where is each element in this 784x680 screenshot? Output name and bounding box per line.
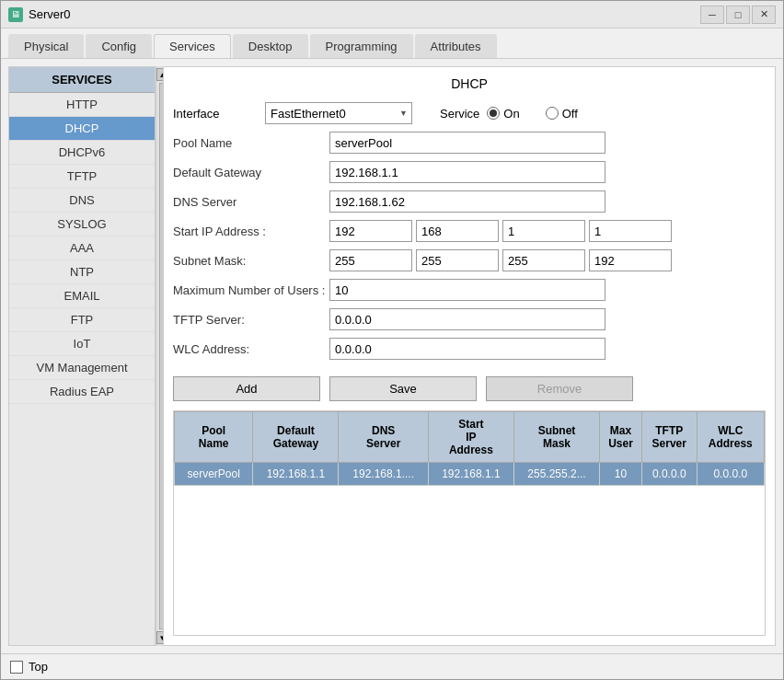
wlc-address-row: WLC Address: [173, 338, 766, 360]
close-button[interactable]: ✕ [752, 6, 776, 24]
tab-physical[interactable]: Physical [8, 34, 84, 58]
col-pool-name: PoolName [175, 412, 253, 463]
tftp-server-input[interactable] [329, 308, 605, 330]
main-window: 🖥 Server0 ─ □ ✕ Physical Config Services… [0, 0, 784, 680]
max-users-label: Maximum Number of Users : [173, 283, 329, 297]
service-label: Service [440, 107, 479, 121]
interface-label: Interface [173, 107, 247, 121]
cell-max-user: 10 [600, 463, 642, 486]
sidebar-item-http[interactable]: HTTP [9, 93, 155, 117]
start-ip-part2[interactable] [416, 220, 499, 242]
dns-server-input[interactable] [329, 190, 605, 213]
service-on-radio-btn[interactable] [487, 107, 500, 120]
subnet-mask-label: Subnet Mask: [173, 254, 329, 268]
cell-start-ip: 192.168.1.1 [428, 463, 513, 486]
sidebar-item-dns[interactable]: DNS [9, 189, 155, 213]
dns-server-label: DNS Server [173, 195, 329, 209]
service-on-label: On [503, 107, 519, 121]
cell-dns-server: 192.168.1.... [339, 463, 428, 486]
title-bar-controls: ─ □ ✕ [700, 6, 776, 24]
subnet-mask-parts [329, 249, 672, 271]
panel-title: DHCP [173, 76, 766, 91]
remove-button[interactable]: Remove [486, 376, 633, 401]
default-gateway-input[interactable] [329, 161, 605, 183]
pool-name-label: Pool Name [173, 136, 329, 150]
tab-config[interactable]: Config [86, 34, 152, 58]
service-off-radio[interactable]: Off [546, 107, 578, 121]
buttons-row: Add Save Remove [173, 376, 766, 401]
cell-default-gateway: 192.168.1.1 [253, 463, 339, 486]
sidebar-item-ntp[interactable]: NTP [9, 260, 155, 284]
save-button[interactable]: Save [329, 376, 477, 401]
col-tftp-server: TFTPServer [641, 412, 697, 463]
sidebar-item-dhcpv6[interactable]: DHCPv6 [9, 141, 155, 165]
interface-select-wrapper: FastEthernet0 [265, 102, 412, 124]
service-off-radio-btn[interactable] [546, 107, 559, 120]
col-start-ip: StartIPAddress [428, 412, 513, 463]
add-button[interactable]: Add [173, 376, 320, 401]
sidebar-item-vm-management[interactable]: VM Management [9, 356, 155, 380]
tftp-server-row: TFTP Server: [173, 308, 766, 330]
sidebar-item-ftp[interactable]: FTP [9, 308, 155, 332]
sidebar-item-radius-eap[interactable]: Radius EAP [9, 380, 155, 404]
bottom-bar: Top [1, 653, 783, 679]
maximize-button[interactable]: □ [726, 6, 750, 24]
sidebar: SERVICES HTTP DHCP DHCPv6 TFTP DNS SYSLO… [8, 66, 156, 646]
tftp-server-label: TFTP Server: [173, 313, 329, 327]
cell-pool-name: serverPool [175, 463, 253, 486]
default-gateway-label: Default Gateway [173, 166, 329, 179]
subnet-part1[interactable] [329, 249, 412, 271]
interface-select[interactable]: FastEthernet0 [265, 102, 412, 124]
title-bar: 🖥 Server0 ─ □ ✕ [1, 1, 783, 29]
service-off-label: Off [562, 107, 578, 121]
sidebar-item-dhcp[interactable]: DHCP [9, 117, 155, 141]
content-panel: DHCP Interface FastEthernet0 Service On [163, 66, 776, 646]
service-group: Service On Off [440, 107, 578, 121]
cell-tftp-server: 0.0.0.0 [641, 463, 697, 486]
col-subnet-mask: SubnetMask [513, 412, 599, 463]
start-ip-part4[interactable] [589, 220, 672, 242]
service-on-radio[interactable]: On [487, 107, 519, 121]
start-ip-part1[interactable] [329, 220, 412, 242]
sidebar-container: SERVICES HTTP DHCP DHCPv6 TFTP DNS SYSLO… [8, 66, 156, 646]
title-bar-left: 🖥 Server0 [8, 7, 71, 22]
max-users-input[interactable] [329, 279, 605, 301]
default-gateway-row: Default Gateway [173, 161, 766, 183]
interface-row: Interface FastEthernet0 Service On Off [173, 102, 766, 124]
pool-name-input[interactable] [329, 132, 605, 154]
cell-wlc-address: 0.0.0.0 [697, 463, 764, 486]
table-row[interactable]: serverPool 192.168.1.1 192.168.1.... 192… [175, 463, 765, 486]
subnet-part3[interactable] [502, 249, 585, 271]
dns-server-row: DNS Server [173, 190, 766, 213]
subnet-part4[interactable] [589, 249, 672, 271]
tab-desktop[interactable]: Desktop [233, 34, 308, 58]
dhcp-table: PoolName DefaultGateway DNSServer StartI… [174, 411, 765, 486]
sidebar-item-email[interactable]: EMAIL [9, 284, 155, 308]
main-content: SERVICES HTTP DHCP DHCPv6 TFTP DNS SYSLO… [1, 59, 783, 653]
pool-name-row: Pool Name [173, 132, 766, 154]
sidebar-item-tftp[interactable]: TFTP [9, 165, 155, 189]
top-checkbox[interactable] [10, 661, 23, 674]
max-users-row: Maximum Number of Users : [173, 279, 766, 301]
col-wlc-address: WLCAddress [697, 412, 764, 463]
sidebar-item-syslog[interactable]: SYSLOG [9, 213, 155, 236]
tab-programming[interactable]: Programming [310, 34, 413, 58]
top-label: Top [29, 660, 48, 674]
tab-services[interactable]: Services [154, 34, 231, 58]
wlc-address-input[interactable] [329, 338, 605, 360]
sidebar-list: HTTP DHCP DHCPv6 TFTP DNS SYSLOG AAA NTP… [9, 93, 155, 645]
window-title: Server0 [29, 7, 71, 21]
sidebar-item-aaa[interactable]: AAA [9, 236, 155, 260]
col-default-gateway: DefaultGateway [253, 412, 339, 463]
subnet-mask-row: Subnet Mask: [173, 249, 766, 271]
minimize-button[interactable]: ─ [700, 6, 724, 24]
sidebar-item-iot[interactable]: IoT [9, 332, 155, 356]
subnet-part2[interactable] [416, 249, 499, 271]
start-ip-part3[interactable] [502, 220, 585, 242]
start-ip-row: Start IP Address : [173, 220, 766, 242]
sidebar-header: SERVICES [9, 67, 155, 93]
start-ip-parts [329, 220, 672, 242]
tab-attributes[interactable]: Attributes [415, 34, 497, 58]
app-icon: 🖥 [8, 7, 23, 22]
table-container: PoolName DefaultGateway DNSServer StartI… [173, 410, 766, 636]
